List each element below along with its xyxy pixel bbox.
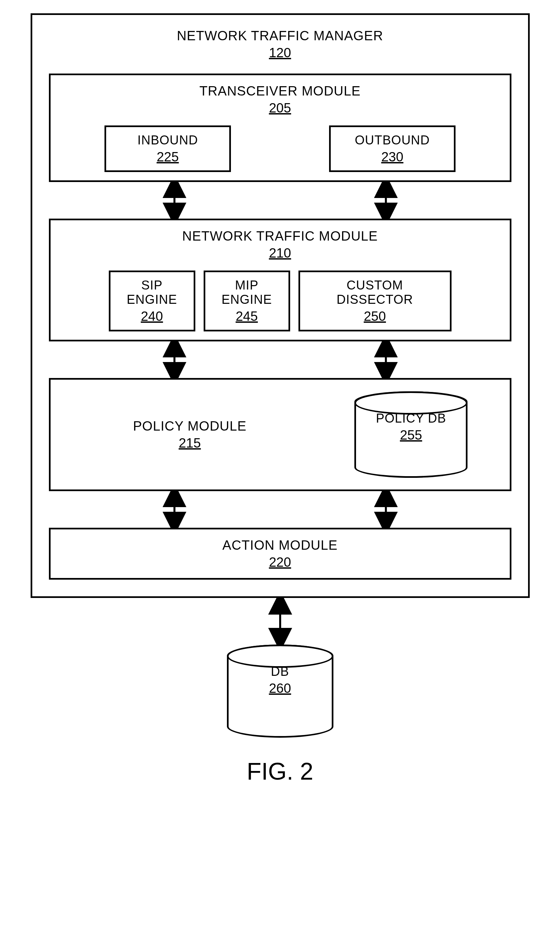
traffic-title: NETWORK TRAFFIC MODULE bbox=[182, 229, 378, 243]
outer-ref: 120 bbox=[269, 45, 291, 60]
mip-ref: 245 bbox=[212, 309, 282, 324]
policy-ref: 215 bbox=[92, 436, 287, 451]
policy-db-label: POLICY DB bbox=[369, 411, 452, 426]
outer-title: NETWORK TRAFFIC MANAGER bbox=[177, 28, 383, 43]
sip-engine-box: SIP ENGINE 240 bbox=[109, 271, 195, 331]
inbound-label: INBOUND bbox=[113, 133, 223, 148]
policy-title: POLICY MODULE bbox=[92, 419, 287, 434]
inbound-box: INBOUND 225 bbox=[105, 125, 231, 172]
custom-dissector-box: CUSTOM DISSECTOR 250 bbox=[298, 271, 452, 331]
figure-label: FIG. 2 bbox=[246, 758, 313, 785]
mip-label: MIP ENGINE bbox=[212, 278, 282, 307]
outbound-ref: 230 bbox=[337, 149, 447, 165]
policy-db-ref: 255 bbox=[369, 428, 452, 443]
network-traffic-module-box: NETWORK TRAFFIC MODULE 210 SIP ENGINE 24… bbox=[49, 219, 511, 342]
policy-module-box: POLICY MODULE 215 POLICY DB 255 bbox=[49, 378, 511, 491]
arrow-manager-db bbox=[31, 598, 530, 645]
action-title: ACTION MODULE bbox=[222, 538, 337, 553]
custom-label: CUSTOM DISSECTOR bbox=[307, 278, 443, 307]
traffic-ref: 210 bbox=[269, 246, 291, 260]
action-module-box: ACTION MODULE 220 bbox=[49, 528, 511, 580]
outbound-label: OUTBOUND bbox=[337, 133, 447, 148]
action-ref: 220 bbox=[269, 555, 291, 569]
sip-ref: 240 bbox=[117, 309, 187, 324]
network-traffic-manager-box: NETWORK TRAFFIC MANAGER 120 TRANSCEIVER … bbox=[31, 13, 530, 598]
transceiver-title: TRANSCEIVER MODULE bbox=[199, 83, 361, 98]
inbound-ref: 225 bbox=[113, 149, 223, 165]
transceiver-ref: 205 bbox=[269, 100, 291, 115]
policy-db-cylinder: POLICY DB 255 bbox=[354, 391, 468, 478]
external-db-ref: 260 bbox=[242, 681, 318, 696]
outbound-box: OUTBOUND 230 bbox=[329, 125, 455, 172]
arrows-policy-action bbox=[49, 491, 511, 528]
arrows-traffic-policy bbox=[49, 342, 511, 378]
mip-engine-box: MIP ENGINE 245 bbox=[204, 271, 290, 331]
arrows-transceiver-traffic bbox=[49, 182, 511, 219]
external-db-label: DB bbox=[242, 665, 318, 679]
external-db-cylinder: DB 260 bbox=[227, 645, 334, 738]
custom-ref: 250 bbox=[307, 309, 443, 324]
sip-label: SIP ENGINE bbox=[117, 278, 187, 307]
transceiver-module-box: TRANSCEIVER MODULE 205 INBOUND 225 OUTBO… bbox=[49, 74, 511, 182]
